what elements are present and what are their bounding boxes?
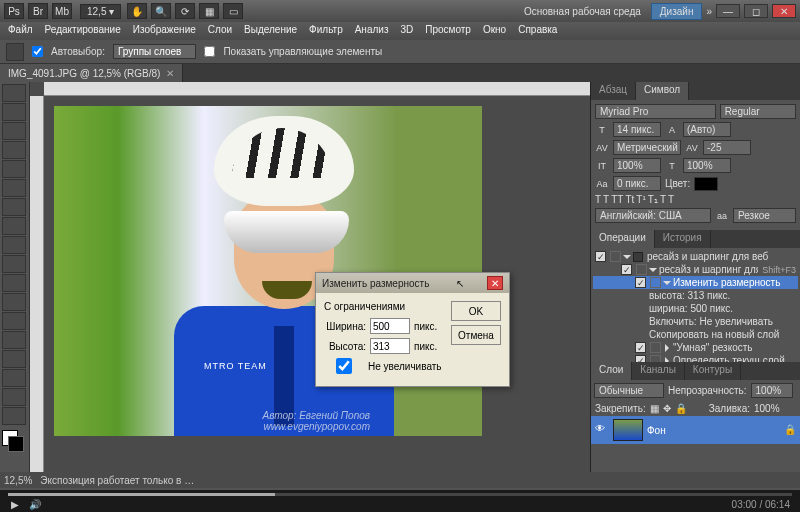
menu-analysis[interactable]: Анализ bbox=[355, 24, 389, 38]
crop-tool[interactable] bbox=[2, 160, 26, 178]
move-tool-icon[interactable] bbox=[6, 43, 24, 61]
status-zoom[interactable]: 12,5% bbox=[4, 475, 32, 486]
wand-tool[interactable] bbox=[2, 141, 26, 159]
marquee-tool[interactable] bbox=[2, 103, 26, 121]
layer-thumbnail[interactable] bbox=[613, 419, 643, 441]
move-tool[interactable] bbox=[2, 84, 26, 102]
ps-icon[interactable]: Ps bbox=[4, 3, 24, 19]
tab-actions[interactable]: Операции bbox=[591, 230, 655, 248]
blur-tool[interactable] bbox=[2, 312, 26, 330]
eyedropper-tool[interactable] bbox=[2, 179, 26, 197]
tab-abzac[interactable]: Абзац bbox=[591, 82, 636, 100]
menu-edit[interactable]: Редактирование bbox=[45, 24, 121, 38]
minimize-button[interactable]: — bbox=[716, 4, 740, 18]
ok-button[interactable]: OK bbox=[451, 301, 501, 321]
tab-channels[interactable]: Каналы bbox=[632, 362, 685, 380]
action-set-row[interactable]: ✓ресайз и шарпинг для веб bbox=[593, 250, 798, 263]
pen-tool[interactable] bbox=[2, 350, 26, 368]
autoselect-dropdown[interactable]: Группы слоев bbox=[113, 44, 196, 59]
tab-layers[interactable]: Слои bbox=[591, 362, 632, 380]
dialog-close-icon[interactable]: ✕ bbox=[487, 276, 503, 290]
sub-icon[interactable]: T₁ bbox=[648, 194, 658, 205]
maximize-button[interactable]: ◻ bbox=[744, 4, 768, 18]
menu-filter[interactable]: Фильтр bbox=[309, 24, 343, 38]
path-tool[interactable] bbox=[2, 388, 26, 406]
action-step-layer1[interactable]: ✓Определить текущ слой bbox=[593, 354, 798, 362]
font-size-field[interactable]: 14 пикс. bbox=[613, 122, 661, 137]
lang-dropdown[interactable]: Английский: США bbox=[595, 208, 711, 223]
text-color-swatch[interactable] bbox=[694, 177, 718, 191]
screen-icon[interactable]: ▭ bbox=[223, 3, 243, 19]
font-family-dropdown[interactable]: Myriad Pro bbox=[595, 104, 716, 119]
font-style-dropdown[interactable]: Regular bbox=[720, 104, 796, 119]
brush-tool[interactable] bbox=[2, 217, 26, 235]
super-icon[interactable]: T¹ bbox=[636, 194, 645, 205]
zoom-icon[interactable]: 🔍 bbox=[151, 3, 171, 19]
dont-enlarge-checkbox[interactable] bbox=[324, 358, 364, 374]
lock-pixels-icon[interactable]: ▦ bbox=[650, 403, 659, 414]
opacity-field[interactable]: 100% bbox=[751, 383, 793, 398]
bold-icon[interactable]: T bbox=[595, 194, 601, 205]
smallcaps-icon[interactable]: Tt bbox=[625, 194, 634, 205]
dodge-tool[interactable] bbox=[2, 331, 26, 349]
menu-window[interactable]: Окно bbox=[483, 24, 506, 38]
cancel-button[interactable]: Отмена bbox=[451, 325, 501, 345]
title-zoom[interactable]: 12,5 ▾ bbox=[80, 4, 121, 19]
lasso-tool[interactable] bbox=[2, 122, 26, 140]
volume-icon[interactable]: 🔊 bbox=[28, 497, 42, 511]
status-info[interactable]: Экспозиция работает только в … bbox=[40, 475, 194, 486]
visibility-icon[interactable]: 👁 bbox=[595, 423, 609, 437]
rotate-icon[interactable]: ⟳ bbox=[175, 3, 195, 19]
dialog-titlebar[interactable]: Изменить размерность ✕ bbox=[316, 273, 509, 293]
bridge-icon[interactable]: Br bbox=[28, 3, 48, 19]
lock-position-icon[interactable]: ✥ bbox=[663, 403, 671, 414]
tab-history[interactable]: История bbox=[655, 230, 711, 248]
kerning-field[interactable]: Метрический bbox=[613, 140, 681, 155]
leading-field[interactable]: (Авто) bbox=[683, 122, 731, 137]
stamp-tool[interactable] bbox=[2, 236, 26, 254]
close-button[interactable]: ✕ bbox=[772, 4, 796, 18]
ruler-horizontal[interactable] bbox=[44, 82, 590, 96]
action-row[interactable]: ✓ресайз и шарпинг для вебShift+F3 bbox=[593, 263, 798, 276]
play-button[interactable]: ▶ bbox=[8, 497, 22, 511]
hscale-field[interactable]: 100% bbox=[683, 158, 731, 173]
baseline-field[interactable]: 0 пикс. bbox=[613, 176, 661, 191]
chevrons-icon[interactable]: » bbox=[706, 6, 712, 17]
type-tool[interactable] bbox=[2, 369, 26, 387]
tab-symbol[interactable]: Символ bbox=[636, 82, 689, 100]
autoselect-checkbox[interactable] bbox=[32, 46, 43, 57]
eraser-tool[interactable] bbox=[2, 274, 26, 292]
menu-view[interactable]: Просмотр bbox=[425, 24, 471, 38]
doc-tab[interactable]: IMG_4091.JPG @ 12,5% (RGB/8) ✕ bbox=[0, 64, 183, 82]
lock-all-icon[interactable]: 🔒 bbox=[675, 403, 687, 414]
action-step-sharpen[interactable]: ✓"Умная" резкость bbox=[593, 341, 798, 354]
tab-paths[interactable]: Контуры bbox=[685, 362, 741, 380]
vscale-field[interactable]: 100% bbox=[613, 158, 661, 173]
progress-bar[interactable] bbox=[8, 493, 792, 496]
menu-help[interactable]: Справка bbox=[518, 24, 557, 38]
fill-field[interactable]: 100% bbox=[754, 403, 796, 414]
underline-icon[interactable]: T bbox=[660, 194, 666, 205]
height-input[interactable] bbox=[370, 338, 410, 354]
layer-row[interactable]: 👁 Фон 🔒 bbox=[591, 416, 800, 444]
ruler-vertical[interactable] bbox=[30, 96, 44, 472]
menu-file[interactable]: Файл bbox=[8, 24, 33, 38]
italic-icon[interactable]: T bbox=[603, 194, 609, 205]
design-button[interactable]: Дизайн bbox=[651, 3, 703, 20]
mb-icon[interactable]: Mb bbox=[52, 3, 72, 19]
close-tab-icon[interactable]: ✕ bbox=[166, 68, 174, 79]
gradient-tool[interactable] bbox=[2, 293, 26, 311]
action-step-resize[interactable]: ✓Изменить размерность bbox=[593, 276, 798, 289]
tracking-field[interactable]: -25 bbox=[703, 140, 751, 155]
color-swatch[interactable] bbox=[2, 430, 24, 452]
caps-icon[interactable]: TT bbox=[611, 194, 623, 205]
shape-tool[interactable] bbox=[2, 407, 26, 425]
heal-tool[interactable] bbox=[2, 198, 26, 216]
strike-icon[interactable]: T bbox=[668, 194, 674, 205]
menu-3d[interactable]: 3D bbox=[400, 24, 413, 38]
aa-dropdown[interactable]: Резкое bbox=[733, 208, 796, 223]
hand-icon[interactable]: ✋ bbox=[127, 3, 147, 19]
blend-mode-dropdown[interactable]: Обычные bbox=[594, 383, 664, 398]
menu-layers[interactable]: Слои bbox=[208, 24, 232, 38]
layer-name[interactable]: Фон bbox=[647, 425, 780, 436]
